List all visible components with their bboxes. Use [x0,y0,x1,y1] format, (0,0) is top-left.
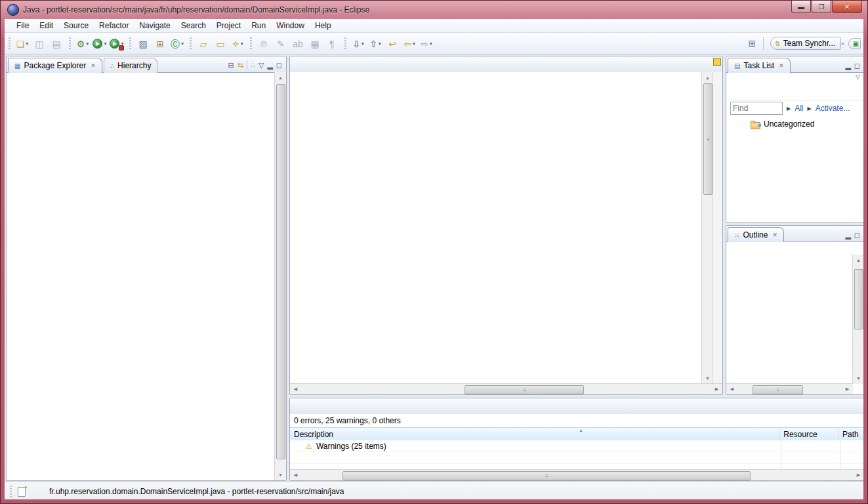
back-icon[interactable]: ⇦▾ [401,36,418,52]
column-resource[interactable]: Resource [779,428,838,440]
menu-help[interactable]: Help [310,20,337,32]
search-torch-icon[interactable]: ✧▾ [229,36,246,52]
run-icon[interactable]: ▶▾ [91,36,108,52]
block-selection-icon[interactable]: ab [289,36,306,52]
code-area[interactable] [290,72,702,384]
scroll-down-icon[interactable]: ▼ [275,469,286,480]
maximize-button[interactable]: ❐ [812,1,831,13]
last-edit-location-icon[interactable]: ↩ [384,36,401,52]
new-wizard-dropdown-icon[interactable]: ▾ [26,41,28,47]
java-perspective-button[interactable]: ▣ [848,38,861,49]
menu-edit[interactable]: Edit [34,20,58,32]
perspective-overflow-chevron[interactable]: » [841,41,844,47]
run-external-tools-icon[interactable]: ▶▾ [108,36,125,52]
minimize-view-icon[interactable]: ▂ [845,232,850,239]
view-menu-icon[interactable]: ∴ [251,62,255,69]
print-icon[interactable]: ▤ [48,36,65,52]
scroll-right-icon[interactable]: ▶ [853,470,863,480]
open-perspective-button[interactable]: ⊞ [743,35,760,51]
package-explorer-vscrollbar[interactable]: ▲ ▼ [274,72,286,480]
activate-chevron-icon[interactable]: ▶ [808,106,812,112]
new-java-project-icon[interactable]: ▨ [134,36,152,52]
overview-warning-summary-icon[interactable] [713,58,721,66]
menu-icon[interactable]: ▽ [258,62,264,69]
tab-outline[interactable]: ⁙ Outline ✕ [728,227,784,242]
next-annotation-icon[interactable]: ⇩▾ [350,36,367,52]
mark-occurrences-icon[interactable]: ✎ [272,36,289,52]
run-dropdown-icon[interactable]: ▾ [104,41,106,47]
scroll-left-icon[interactable]: ◀ [290,384,301,394]
menu-window[interactable]: Window [271,20,310,32]
minimize-icon[interactable]: ▂ [267,62,272,69]
expand-all-icon[interactable]: ▶ [787,106,791,112]
scroll-down-icon[interactable]: ▼ [702,373,713,384]
problems-hscrollbar[interactable]: ◀ ≡ ▶ [290,469,863,480]
debug-dropdown-icon[interactable]: ▾ [86,41,89,47]
close-button[interactable]: ✕ [832,1,862,13]
menu-run[interactable]: Run [246,20,271,32]
outline-hscrollbar[interactable]: ◀ ≡ ▶ [726,383,853,394]
maximize-icon[interactable]: ◻ [276,62,282,69]
menu-source[interactable]: Source [58,20,94,32]
collapse-all-icon[interactable]: ⊟ [228,62,234,69]
scroll-up-icon[interactable]: ▲ [853,255,863,266]
scroll-left-icon[interactable]: ◀ [290,470,301,480]
back-dropdown-icon[interactable]: ▾ [413,41,415,47]
activate-link[interactable]: Activate... [816,104,850,113]
close-icon[interactable]: ✕ [772,232,777,238]
scroll-up-icon[interactable]: ▲ [702,72,713,83]
tab-task-list[interactable]: ▤ Task List ✕ [728,58,791,73]
new-wizard-icon[interactable]: ❏▾ [14,36,31,52]
minimize-view-icon[interactable]: ▂ [845,62,850,70]
menu-search[interactable]: Search [176,20,211,32]
view-menu-chevron-icon[interactable]: ▽ [856,74,860,80]
previous-annotation-dropdown-icon[interactable]: ▾ [379,41,381,47]
show-whitespace-icon[interactable]: ¶ [323,36,341,52]
filter-all-link[interactable]: All [795,104,803,113]
column-path[interactable]: Path [838,428,863,440]
close-icon[interactable]: ✕ [91,62,96,69]
show-source-icon[interactable]: ℗ [255,36,272,52]
category-folder-icon [750,119,761,129]
save-icon[interactable]: ◫ [31,36,48,52]
open-resource-icon[interactable]: ▭ [212,36,229,52]
tab-package-explorer[interactable]: ▦ Package Explorer ✕ [8,58,102,73]
scroll-down-icon[interactable]: ▼ [853,373,863,384]
maximize-view-icon[interactable]: ◻ [854,62,860,70]
menu-refactor[interactable]: Refactor [94,20,134,32]
team-synchronizing-perspective-button[interactable]: ⇅ Team Synchr... [770,37,841,50]
new-java-package-icon[interactable]: ⊞ [152,36,169,52]
editor-vscrollbar[interactable]: ▲ ≡ ▼ [701,72,713,384]
close-icon[interactable]: ✕ [779,62,784,69]
forward-icon[interactable]: ⇨▾ [418,36,435,52]
open-type-icon[interactable]: ▱ [195,36,212,52]
outline-vscrollbar[interactable]: ▲ ▼ [852,255,863,384]
maximize-view-icon[interactable]: ◻ [854,232,860,239]
new-java-class-icon[interactable]: Ⓒ▾ [169,36,186,52]
warnings-group-row[interactable]: ⚠ Warnings (25 items) [290,440,863,452]
search-torch-dropdown-icon[interactable]: ▾ [241,41,243,47]
task-find-input[interactable] [730,102,783,115]
editor-hscrollbar[interactable]: ◀ ≡ ▶ [290,383,722,394]
menu-navigate[interactable]: Navigate [134,20,175,32]
scroll-left-icon[interactable]: ◀ [726,384,737,394]
minimize-button[interactable]: ▬ [791,1,811,13]
debug-icon[interactable]: ⚙▾ [74,36,91,52]
previous-annotation-icon[interactable]: ⇧▾ [367,36,384,52]
task-category-row[interactable]: Uncategorized [750,118,814,130]
menu-project[interactable]: Project [211,20,246,32]
perspective-bar: ⊞ ⇅ Team Synchr... » ▣ [743,33,861,53]
scroll-up-icon[interactable]: ▲ [275,72,286,83]
show-selected-element-icon[interactable]: ▦ [306,36,323,52]
overview-ruler[interactable] [713,72,722,384]
new-java-class-dropdown-icon[interactable]: ▾ [181,41,184,47]
title-bar[interactable]: Java - portlet-reservation/src/main/java… [1,1,867,19]
scroll-right-icon[interactable]: ▶ [711,384,722,394]
forward-dropdown-icon[interactable]: ▾ [430,41,432,47]
link-with-editor-icon[interactable]: ⇆ [238,62,243,69]
menu-file[interactable]: File [11,20,34,32]
tab-hierarchy[interactable]: ∴ Hierarchy [104,58,158,73]
next-annotation-dropdown-icon[interactable]: ▾ [362,41,364,47]
column-description[interactable]: Description▲ [290,428,779,440]
scroll-right-icon[interactable]: ▶ [842,384,853,394]
